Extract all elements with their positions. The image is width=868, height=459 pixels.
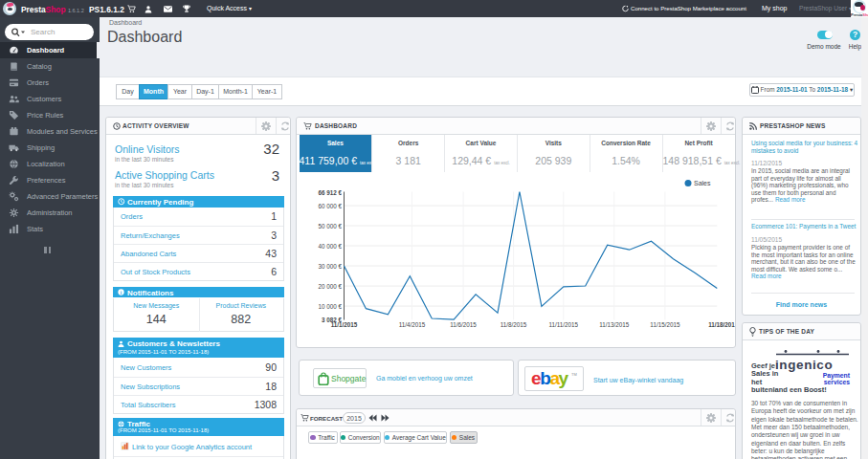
svg-text:30 000 €: 30 000 € <box>318 263 342 270</box>
svg-text:10 000 €: 10 000 € <box>318 303 342 310</box>
svg-text:11/1/2015: 11/1/2015 <box>331 321 358 328</box>
svg-text:11/13/2015: 11/13/2015 <box>599 321 630 328</box>
svg-text:20 000 €: 20 000 € <box>318 283 342 290</box>
svg-text:66 912 €: 66 912 € <box>318 189 342 196</box>
svg-text:11/8/2015: 11/8/2015 <box>501 321 527 328</box>
svg-text:11/15/2015: 11/15/2015 <box>650 321 680 328</box>
svg-text:11/11/2015: 11/11/2015 <box>549 321 579 328</box>
svg-text:11/6/2015: 11/6/2015 <box>450 321 477 328</box>
svg-text:11/18/201: 11/18/201 <box>708 321 735 328</box>
svg-text:60 000 €: 60 000 € <box>318 203 342 209</box>
svg-text:11/4/2015: 11/4/2015 <box>399 321 426 328</box>
svg-text:Sales: Sales <box>694 180 711 186</box>
svg-text:40 000 €: 40 000 € <box>318 243 342 250</box>
svg-text:50 000 €: 50 000 € <box>318 223 342 230</box>
